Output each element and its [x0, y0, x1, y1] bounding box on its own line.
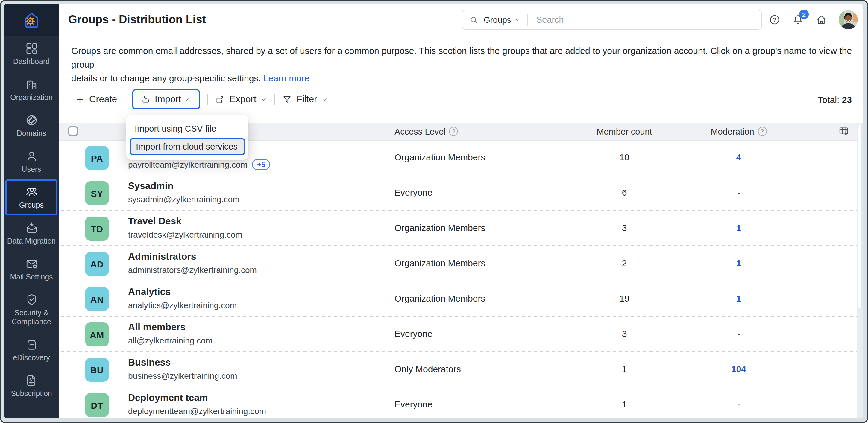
- sidebar-item-groups[interactable]: Groups: [5, 180, 58, 216]
- table-row: DTDeployment teamdeploymentteam@zylkertr…: [59, 387, 857, 418]
- manage-columns-icon[interactable]: [838, 126, 849, 137]
- group-name[interactable]: Travel Desk: [128, 216, 181, 227]
- description-line2: details or to change any group-specific …: [71, 73, 261, 83]
- group-avatar: TD: [85, 217, 109, 240]
- more-addresses-badge[interactable]: +5: [252, 159, 270, 170]
- table-row: AMAll membersall@zylkertraining.comEvery…: [59, 317, 857, 352]
- group-email: payrollteam@zylkertraining.com+5: [128, 159, 270, 170]
- dashboard-icon: [25, 42, 38, 55]
- sidebar-item-security-compliance[interactable]: Security & Compliance: [4, 287, 59, 332]
- sidebar-item-mail-settings[interactable]: Mail Settings: [4, 251, 59, 287]
- sidebar-item-label: Organization: [10, 93, 53, 102]
- sidebar-item-ediscovery[interactable]: eDiscovery: [4, 332, 59, 368]
- menu-item-import-using-csv-file[interactable]: Import using CSV file: [130, 120, 245, 137]
- group-avatar: BU: [85, 358, 109, 382]
- sidebar-item-organization[interactable]: Organization: [4, 72, 59, 108]
- sidebar-item-label: Domains: [17, 129, 46, 138]
- access-level-value: Organization Members: [395, 258, 485, 268]
- group-avatar: AM: [85, 323, 109, 347]
- group-name[interactable]: Business: [128, 357, 170, 368]
- column-member-count: Member count: [596, 123, 652, 140]
- access-level-value: Only Moderators: [395, 364, 461, 374]
- group-avatar: SY: [85, 181, 109, 205]
- member-count-value: 2: [622, 258, 627, 268]
- sidebar-item-subscription[interactable]: $Subscription: [4, 368, 59, 404]
- sidebar: DashboardOrganizationDomainsUsersGroupsD…: [4, 4, 59, 418]
- notification-badge: 2: [799, 9, 809, 19]
- moderation-help-icon[interactable]: ?: [758, 127, 767, 136]
- moderation-value[interactable]: 1: [736, 293, 741, 303]
- sidebar-item-users[interactable]: Users: [4, 143, 59, 180]
- moderation-value[interactable]: 104: [731, 364, 746, 374]
- create-button[interactable]: Create: [75, 94, 117, 105]
- learn-more-link[interactable]: Learn more: [264, 73, 309, 83]
- user-avatar[interactable]: [839, 10, 858, 29]
- sidebar-item-label: Subscription: [11, 390, 52, 398]
- menu-item-import-from-cloud-services[interactable]: Import from cloud services: [130, 138, 245, 155]
- global-search[interactable]: Groups: [462, 9, 762, 30]
- filter-button[interactable]: Filter: [282, 94, 328, 105]
- content: Groups are common email addresses, share…: [59, 35, 863, 418]
- toolbar: Create Import Export: [75, 89, 852, 109]
- filter-icon: [282, 94, 292, 104]
- sidebar-item-dashboard[interactable]: Dashboard: [4, 36, 59, 72]
- home-icon[interactable]: [815, 14, 827, 26]
- chevron-up-icon: [185, 96, 192, 103]
- app-logo-icon[interactable]: [4, 4, 59, 36]
- main-area: Groups - Distribution List Groups ?: [59, 4, 863, 418]
- group-email: traveldesk@zylkertraining.com: [128, 230, 243, 239]
- moderation-value[interactable]: 1: [736, 223, 741, 233]
- security-compliance-icon: [25, 293, 38, 306]
- sidebar-item-label: eDiscovery: [13, 354, 50, 363]
- group-name[interactable]: All members: [128, 322, 186, 333]
- member-count-value: 6: [622, 187, 627, 197]
- vertical-scrollbar[interactable]: [857, 123, 863, 418]
- search-scope-selector[interactable]: Groups: [484, 15, 520, 25]
- toolbar-divider: [124, 94, 125, 105]
- table-row: ADAdministratorsadministrators@zylkertra…: [59, 246, 857, 281]
- moderation-value[interactable]: 4: [736, 152, 741, 162]
- group-email: all@zylkertraining.com: [128, 336, 213, 345]
- group-name[interactable]: Deployment team: [128, 392, 208, 403]
- notifications-icon[interactable]: 2: [792, 14, 804, 26]
- sidebar-item-domains[interactable]: Domains: [4, 108, 59, 143]
- group-email: business@zylkertraining.com: [128, 371, 237, 381]
- search-input[interactable]: [535, 14, 762, 25]
- svg-text:?: ?: [773, 17, 776, 23]
- screenshot: DashboardOrganizationDomainsUsersGroupsD…: [0, 0, 868, 423]
- groups-icon: [25, 186, 38, 199]
- access-level-value: Everyone: [395, 328, 433, 339]
- access-level-value: Everyone: [395, 399, 433, 409]
- moderation-value[interactable]: 1: [736, 258, 741, 268]
- export-button[interactable]: Export: [215, 94, 267, 105]
- column-access-level: Access Level ?: [395, 123, 458, 140]
- search-scope-label: Groups: [484, 15, 511, 25]
- group-name[interactable]: Analytics: [128, 287, 170, 297]
- users-icon: [25, 150, 38, 163]
- sidebar-item-data-migration[interactable]: Data Migration: [4, 216, 59, 251]
- group-email: administrators@zylkertraining.com: [128, 265, 257, 274]
- ediscovery-icon: [25, 338, 38, 351]
- moderation-value: -: [737, 399, 740, 409]
- domains-icon: [25, 114, 38, 127]
- group-email: analytics@zylkertraining.com: [128, 300, 237, 310]
- help-icon[interactable]: ?: [769, 14, 781, 26]
- group-name[interactable]: Sysadmin: [128, 181, 173, 191]
- search-icon: [469, 15, 478, 24]
- member-count-value: 10: [619, 152, 629, 162]
- import-icon: [141, 94, 151, 104]
- access-level-help-icon[interactable]: ?: [449, 127, 458, 136]
- import-dropdown-menu: Import using CSV fileImport from cloud s…: [126, 115, 248, 160]
- group-name[interactable]: Administrators: [128, 251, 196, 262]
- chevron-down-icon: [321, 96, 328, 103]
- total-value: 23: [842, 94, 852, 104]
- table-row: TDTravel Desktraveldesk@zylkertraining.c…: [59, 210, 857, 246]
- select-all-checkbox[interactable]: [68, 126, 78, 136]
- scrollbar-thumb[interactable]: [858, 124, 862, 309]
- access-level-value: Everyone: [395, 187, 433, 197]
- member-count-value: 3: [622, 328, 627, 339]
- import-button[interactable]: Import: [132, 89, 200, 109]
- member-count-value: 1: [622, 364, 627, 374]
- group-avatar: AN: [85, 287, 109, 311]
- access-level-value: Organization Members: [395, 293, 485, 303]
